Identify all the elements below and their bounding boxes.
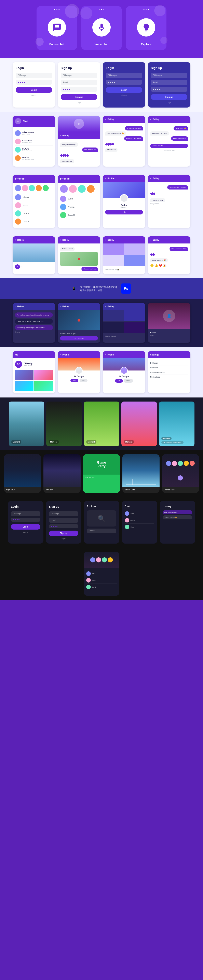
last-list-item-2[interactable]: Bailey xyxy=(86,577,117,584)
auth-email-field-1[interactable]: Di Design xyxy=(16,73,52,78)
auth-signup-btn-2[interactable]: Sign up xyxy=(151,94,187,100)
chat-list-item-4[interactable]: By After Ok sounds good xyxy=(15,154,53,162)
auth-signup-dots-1 xyxy=(63,89,95,90)
dark-chat-title: Explore xyxy=(87,505,116,508)
dark-signup-name[interactable]: Di Design xyxy=(49,511,78,516)
dark-map-back[interactable]: ‹ xyxy=(60,305,61,308)
bailey-back-btn[interactable]: ‹ xyxy=(150,177,151,180)
profile-back-btn[interactable]: ‹ xyxy=(105,177,106,180)
chat-list-item-3[interactable]: Dr. Who See you soon xyxy=(15,146,53,154)
auth-signup-btn-1[interactable]: Sign up xyxy=(61,94,97,100)
profile-toggle-on[interactable]: On xyxy=(70,379,78,382)
auth-signup-name-1[interactable]: Di Design xyxy=(61,73,97,78)
bailey-play-btn[interactable]: ▶ xyxy=(15,264,20,269)
dark-grid-back[interactable]: ‹ xyxy=(105,305,106,308)
onboard-icon-wrap-1 xyxy=(48,18,66,37)
bailey-map-back[interactable]: ‹ xyxy=(60,239,61,241)
auth-signup-pass-1[interactable] xyxy=(61,87,97,92)
map-pin xyxy=(78,258,80,260)
profile-edit-btn-2[interactable]: Edit xyxy=(115,379,123,383)
chat-list-item-1[interactable]: Albert Brown Hey there! xyxy=(15,129,53,137)
follow-up-btn[interactable]: Follow up later → xyxy=(150,144,188,148)
chat-conv-name-3: Bailey xyxy=(152,118,159,121)
auth-pass-field-2[interactable] xyxy=(106,80,142,84)
auth-signup-pass-2[interactable] xyxy=(151,87,187,92)
dark-chat-avatar-3 xyxy=(125,525,129,529)
profile-screen-back-1[interactable]: ‹ xyxy=(60,354,61,356)
onboard-icon-wrap-3 xyxy=(137,18,155,37)
dark-signup-email[interactable]: Email xyxy=(49,518,78,523)
people-avatar-4 xyxy=(184,461,189,466)
auth-signup-link-1[interactable]: Login xyxy=(61,102,97,103)
me-card: Me DD Di Design View profile xyxy=(13,351,55,393)
dark-map-btn[interactable]: Get Directions xyxy=(60,336,98,340)
dark-chat-item-1[interactable]: Alice xyxy=(125,510,154,517)
emoji-2[interactable]: 👍 xyxy=(155,264,158,267)
friend-item-1[interactable]: Alice W. xyxy=(15,193,53,201)
dark-login-pass[interactable] xyxy=(11,518,40,522)
settings-item-4[interactable]: Notifications xyxy=(150,375,188,379)
profile-screen-2: ‹ Profile Di Design Edit Share xyxy=(103,351,145,393)
dark-signup-btn[interactable]: Sign up xyxy=(49,531,78,536)
friend-item-3[interactable]: Carol S. xyxy=(15,209,53,218)
emoji-1[interactable]: 😊 xyxy=(150,264,153,267)
auth-email-field-2[interactable]: Di Design xyxy=(106,73,142,78)
chat-back-btn-3[interactable]: ‹ xyxy=(150,118,151,121)
auth-login-link-2[interactable]: Sign up xyxy=(106,94,142,96)
friends-card-2: Friends Eve R. Frank L. Grace M. xyxy=(58,175,100,228)
settings-item-3[interactable]: Change Password xyxy=(150,370,188,375)
dark-signup-link[interactable]: Login xyxy=(49,538,78,539)
profile-edit-btn[interactable]: Edit xyxy=(105,210,143,215)
dark-chat-item-2[interactable]: Bailey xyxy=(125,517,154,524)
auth-signup-link-2[interactable]: Login xyxy=(151,102,187,103)
bailey-grid-header: ‹ Bailey xyxy=(103,236,145,243)
dark-bailey-last-back[interactable]: ‹ xyxy=(163,505,164,508)
dark-explore-img: 🔍 xyxy=(87,510,116,527)
auth-signup-email-1[interactable]: Email xyxy=(61,80,97,85)
settings-item-2[interactable]: Password xyxy=(150,366,188,370)
bailey-grid-back[interactable]: ‹ xyxy=(105,239,106,241)
profile-screen-back-2[interactable]: ‹ xyxy=(105,354,106,356)
auth-pass-field-1[interactable] xyxy=(16,80,52,84)
last-list-item-1[interactable]: Alice xyxy=(86,570,117,577)
settings-item-1[interactable]: Di Design xyxy=(150,361,188,366)
dark-signup-pass[interactable] xyxy=(49,524,78,528)
chat-back-btn-2[interactable]: ‹ xyxy=(105,118,106,121)
profile-toggle-off[interactable]: Off xyxy=(80,379,88,382)
chat-back-btn-1[interactable]: ‹ xyxy=(60,135,61,137)
auth-login-btn-1[interactable]: Login xyxy=(16,87,52,93)
bailey-map-msg-2: I'll meet you here xyxy=(82,267,98,271)
emoji-3[interactable]: ❤️ xyxy=(159,264,162,267)
dark-login-link[interactable]: Sign up xyxy=(11,531,40,533)
friend-item-5[interactable]: Eve R. xyxy=(60,195,98,203)
auth-pass-dots-1 xyxy=(18,82,50,83)
last-list-item-3[interactable]: Carol xyxy=(86,584,117,590)
onboard-label-3: Explore xyxy=(141,43,151,46)
wave-bar-1 xyxy=(60,153,98,158)
profile-share-btn[interactable]: Share xyxy=(124,379,133,383)
dark-login-btn[interactable]: Login xyxy=(11,524,40,530)
bubble-left-5: Hey! How's it going? xyxy=(150,131,169,135)
chat-list-item-2[interactable]: Grace Mae How are you? xyxy=(15,137,53,146)
friend-item-6[interactable]: Frank L. xyxy=(60,203,98,211)
friend-item-7[interactable]: Grace M. xyxy=(60,211,98,219)
auth-login-link-1[interactable]: Sign up xyxy=(16,94,52,96)
auth-signup-name-2[interactable]: Di Design xyxy=(151,73,187,78)
send-icon: → xyxy=(165,145,166,147)
bailey-photo-back[interactable]: ‹ xyxy=(15,239,16,241)
dark-explore-search[interactable]: Search... xyxy=(87,528,116,533)
dark-grid-3 xyxy=(103,321,124,333)
moment-label-4: Moment xyxy=(124,440,134,444)
friend-item-2[interactable]: Bob K. xyxy=(15,201,53,209)
dark-login-email[interactable]: Di Design xyxy=(11,511,40,516)
dark-chat-item-3[interactable]: Carol xyxy=(125,524,154,530)
auth-login-btn-2[interactable]: Login xyxy=(106,87,142,93)
emoji-4[interactable]: 🎉 xyxy=(163,264,166,267)
settings-card: Settings Di Design Password Change Passw… xyxy=(148,351,190,393)
dark-bailey-back-1[interactable]: ‹ xyxy=(15,305,16,308)
bailey-emoji-back[interactable]: ‹ xyxy=(150,239,151,241)
friend-item-4[interactable]: Dave M. xyxy=(15,218,53,226)
profile-avatar-1 xyxy=(120,194,128,202)
auth-signup-email-2[interactable]: Email xyxy=(151,80,187,85)
profile-screen-name-1: Di Design xyxy=(59,375,99,378)
